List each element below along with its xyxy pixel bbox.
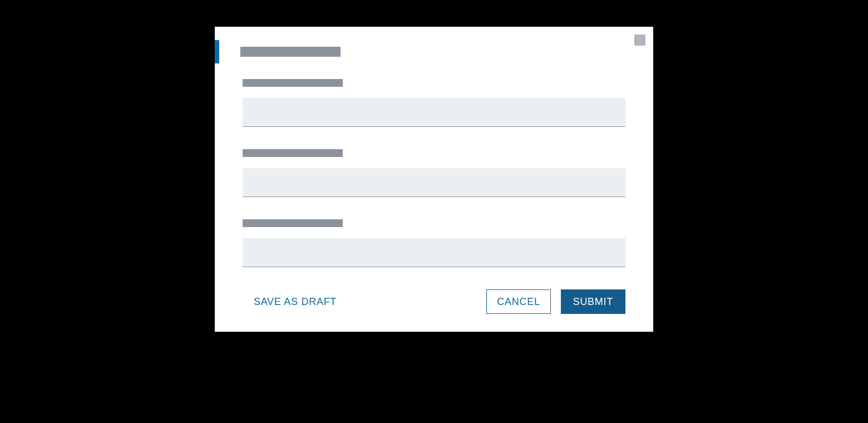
text-input-1[interactable] bbox=[243, 98, 625, 127]
modal-title bbox=[240, 47, 341, 57]
form-field-2 bbox=[243, 149, 625, 197]
text-input-3[interactable] bbox=[243, 238, 625, 267]
modal-header bbox=[215, 40, 653, 63]
field-label-1 bbox=[243, 79, 343, 87]
accent-bar bbox=[215, 40, 219, 63]
field-label-2 bbox=[243, 149, 343, 157]
button-row: SAVE AS DRAFT CANCEL SUBMIT bbox=[215, 289, 653, 314]
text-input-2[interactable] bbox=[243, 168, 625, 197]
cancel-button[interactable]: CANCEL bbox=[486, 289, 550, 314]
submit-button[interactable]: SUBMIT bbox=[561, 289, 625, 314]
form-area bbox=[215, 79, 653, 267]
close-button[interactable] bbox=[634, 35, 645, 46]
form-field-1 bbox=[243, 79, 625, 127]
form-field-3 bbox=[243, 219, 625, 267]
save-as-draft-button[interactable]: SAVE AS DRAFT bbox=[243, 289, 348, 314]
field-label-3 bbox=[243, 219, 343, 227]
dialog-modal: SAVE AS DRAFT CANCEL SUBMIT bbox=[215, 27, 653, 332]
